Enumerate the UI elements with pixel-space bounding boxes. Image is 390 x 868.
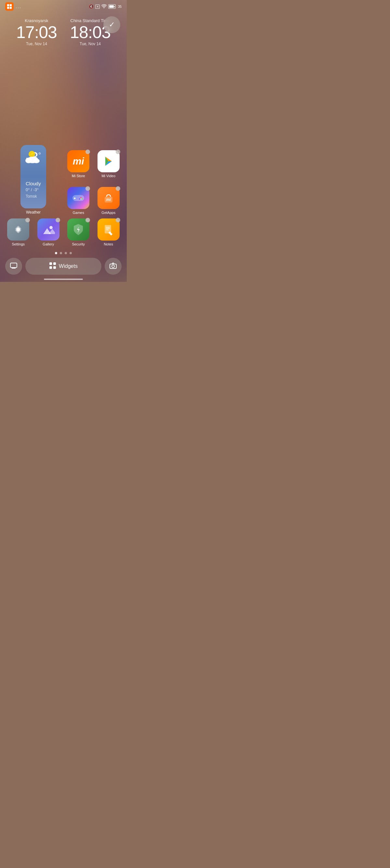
- recents-button[interactable]: [5, 258, 22, 275]
- notification-dot: [116, 150, 120, 154]
- app-item-notes[interactable]: Notes: [96, 218, 122, 246]
- games-icon[interactable]: [67, 187, 89, 209]
- svg-point-10: [33, 159, 40, 163]
- page-dot-1[interactable]: [55, 252, 57, 254]
- camera-button[interactable]: [105, 258, 122, 275]
- svg-point-20: [80, 198, 82, 199]
- svg-point-7: [29, 151, 35, 157]
- svg-rect-0: [7, 4, 9, 6]
- svg-point-19: [82, 198, 83, 199]
- weather-app-label: Weather: [26, 210, 41, 215]
- svg-rect-34: [10, 263, 17, 268]
- security-icon[interactable]: [67, 218, 89, 241]
- app-item-gallery[interactable]: Gallery: [35, 218, 62, 246]
- svg-rect-5: [11, 8, 12, 9]
- svg-point-18: [80, 197, 82, 198]
- clock-date-2: Tue, Nov 14: [70, 41, 110, 46]
- widgets-label: Widgets: [59, 263, 78, 269]
- weather-widget[interactable]: -3 ° Cloudy 0° / -3° Tomsk: [21, 145, 46, 208]
- mi-store-logo: mi: [73, 156, 84, 167]
- app-item-mi-store[interactable]: mi Mi Store: [65, 150, 92, 178]
- svg-point-25: [17, 228, 20, 231]
- page-dot-3[interactable]: [65, 252, 67, 254]
- weather-widget-container: -3 ° Cloudy 0° / -3° Tomsk Weather: [5, 145, 61, 215]
- battery-level: 35: [118, 5, 122, 8]
- shield-icon: [72, 223, 84, 236]
- notification-dot: [86, 218, 90, 222]
- svg-rect-2: [7, 7, 9, 9]
- weather-range: 0° / -3°: [26, 187, 41, 192]
- notification-dot: [56, 218, 60, 222]
- checkmark-icon: ✓: [109, 21, 115, 29]
- home-indicator: [44, 279, 83, 280]
- app-item-getapps[interactable]: mi GetApps: [96, 187, 122, 215]
- camera-icon: [109, 262, 117, 271]
- getapps-bag-icon: mi: [103, 192, 115, 204]
- mi-store-label: Mi Store: [72, 174, 85, 178]
- svg-rect-39: [53, 266, 56, 269]
- notification-dot: [25, 218, 30, 222]
- recents-icon: [10, 263, 17, 270]
- mi-video-play-icon: [103, 155, 115, 167]
- clock-city-1: Krasnoyarsk: [16, 18, 57, 23]
- clock-date-1: Tue, Nov 14: [16, 41, 57, 46]
- svg-point-21: [79, 198, 80, 199]
- games-label: Games: [73, 211, 84, 215]
- page-dots: [55, 252, 72, 254]
- battery-icon: [108, 4, 116, 9]
- svg-rect-38: [50, 266, 52, 269]
- mi-logo-icon: [5, 2, 14, 11]
- sim-icon: ✕: [95, 5, 100, 9]
- svg-point-9: [25, 158, 32, 163]
- check-button[interactable]: ✓: [103, 16, 120, 33]
- settings-icon[interactable]: [7, 218, 29, 241]
- getapps-icon[interactable]: mi: [98, 187, 120, 209]
- svg-point-41: [112, 265, 115, 268]
- svg-rect-1: [10, 4, 12, 6]
- notes-label: Notes: [104, 242, 113, 246]
- gallery-icon[interactable]: [37, 218, 60, 241]
- camera-svg-icon: [109, 262, 117, 269]
- weather-icon-area: [22, 150, 42, 165]
- svg-rect-6: [10, 8, 11, 9]
- notification-dot: [116, 186, 120, 191]
- gallery-label: Gallery: [42, 242, 54, 246]
- notes-pencil-icon: [103, 224, 115, 236]
- notification-dot: [116, 218, 120, 222]
- mute-icon: 🔇: [89, 4, 94, 9]
- page-dot-4[interactable]: [70, 252, 72, 254]
- apps-area: -3 ° Cloudy 0° / -3° Tomsk Weather mi Mi…: [0, 145, 127, 246]
- mi-store-icon[interactable]: mi: [67, 150, 89, 172]
- recents-svg-icon: [10, 263, 17, 269]
- settings-label: Settings: [12, 242, 25, 246]
- status-left: ...: [5, 2, 22, 11]
- app-item-games[interactable]: Games: [65, 187, 92, 215]
- weather-condition-icon: [22, 150, 42, 164]
- app-item-settings[interactable]: Settings: [5, 218, 32, 246]
- gallery-mountains-icon: [42, 224, 55, 236]
- mi-video-label: Mi Video: [101, 174, 116, 178]
- getapps-label: GetApps: [101, 211, 116, 215]
- overflow-menu-icon[interactable]: ...: [15, 4, 22, 9]
- gamepad-icon: [72, 193, 85, 203]
- svg-point-26: [50, 226, 53, 229]
- widgets-svg-icon: [49, 262, 56, 269]
- wifi-icon: [101, 4, 107, 9]
- page-dot-2[interactable]: [60, 252, 62, 254]
- weather-city: Tomsk: [26, 194, 41, 198]
- notes-icon[interactable]: [98, 218, 120, 241]
- clock-krasnoyarsk: Krasnoyarsk 17:03 Tue, Nov 14: [16, 18, 57, 46]
- app-item-mi-video[interactable]: Mi Video: [96, 150, 122, 178]
- svg-text:mi: mi: [106, 197, 111, 202]
- app-item-security[interactable]: Security: [65, 218, 92, 246]
- svg-rect-17: [74, 198, 76, 198]
- status-icons: 🔇 ✕ 35: [89, 4, 122, 9]
- mi-video-icon[interactable]: [98, 150, 120, 172]
- notification-dot: [86, 150, 90, 154]
- widgets-button[interactable]: Widgets: [25, 258, 101, 275]
- svg-rect-36: [50, 262, 52, 265]
- weather-condition: Cloudy: [26, 181, 41, 186]
- notification-dot: [86, 186, 90, 191]
- bottom-bar: Widgets: [0, 258, 127, 275]
- svg-marker-28: [48, 229, 55, 234]
